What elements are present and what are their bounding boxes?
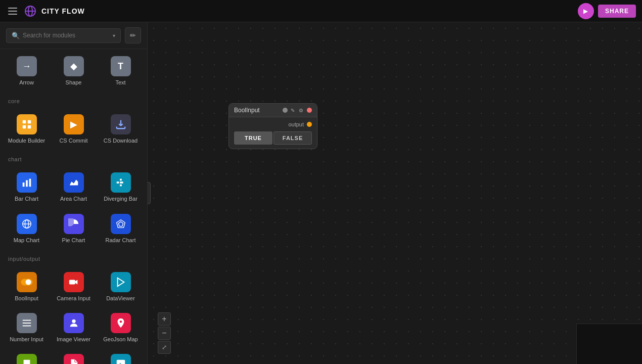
module-item-text-input[interactable]: A Text Input	[98, 349, 143, 364]
module-label-shape: Shape	[66, 79, 82, 86]
module-item-text[interactable]: T Text	[98, 51, 143, 90]
module-label-cs-commit: CS Commit	[59, 138, 87, 144]
bool-toggle-group: TRUE FALSE	[234, 131, 312, 145]
svg-point-20	[25, 279, 31, 285]
sidebar-search-bar: 🔍 ▾ ✏	[0, 22, 147, 49]
module-builder-icon	[17, 114, 37, 134]
canvas-area[interactable]: « BoolInput ✎ ⚙ output	[148, 22, 642, 364]
module-item-data-viewer[interactable]: DataViewer	[98, 267, 143, 306]
module-item-arrow[interactable]: → Arrow	[4, 51, 49, 90]
module-label-cs-download: CS Download	[104, 138, 137, 144]
svg-text:A: A	[118, 362, 122, 364]
svg-rect-25	[22, 326, 31, 327]
play-button[interactable]: ▶	[578, 3, 594, 19]
data-viewer-icon	[111, 272, 131, 292]
sidebar: 🔍 ▾ ✏ → Arrow ◆ Shape T Text	[0, 22, 148, 364]
module-item-cs-download[interactable]: CS Download	[98, 109, 143, 148]
shape-icon: ◆	[64, 56, 84, 76]
map-chart-icon	[17, 214, 37, 234]
arrow-icon: →	[17, 56, 37, 76]
module-item-area-chart[interactable]: Area Chart	[51, 167, 96, 206]
node-settings-button[interactable]: ⚙	[299, 108, 304, 113]
topbar: CITY FLOW ▶ SHARE	[0, 0, 642, 22]
section-label-chart: chart	[0, 150, 147, 165]
svg-rect-10	[120, 179, 122, 181]
module-item-number-input[interactable]: Number Input	[4, 308, 49, 347]
file-input-icon	[64, 354, 84, 364]
module-item-camera-input[interactable]: Camera Input	[51, 267, 96, 306]
search-box[interactable]: 🔍 ▾	[6, 28, 121, 43]
output-connector[interactable]	[307, 122, 312, 127]
svg-rect-5	[22, 125, 25, 128]
node-output: output	[234, 121, 312, 127]
svg-rect-4	[27, 120, 30, 123]
bool-input-icon	[17, 272, 37, 292]
node-card: BoolInput ✎ ⚙ output TRUE FA	[228, 103, 317, 149]
zoom-controls: + − ⤢	[158, 312, 171, 354]
menu-button[interactable]	[6, 6, 19, 17]
minimap-panel	[576, 324, 642, 364]
zoom-fit-button[interactable]: ⤢	[158, 341, 171, 354]
module-label-bool-input: BoolInput	[15, 295, 38, 302]
edit-button[interactable]: ✏	[125, 27, 141, 43]
node-close-button[interactable]	[307, 108, 312, 113]
module-item-file-input[interactable]: File Input	[51, 349, 96, 364]
node-pin-button[interactable]	[283, 108, 288, 113]
module-item-shape[interactable]: ◆ Shape	[51, 51, 96, 90]
module-item-cs-commit[interactable]: ▶ CS Commit	[51, 109, 96, 148]
form-input-icon	[17, 354, 37, 364]
node-title: BoolInput	[234, 107, 260, 114]
main-layout: 🔍 ▾ ✏ → Arrow ◆ Shape T Text	[0, 22, 642, 364]
module-label-data-viewer: DataViewer	[106, 295, 135, 302]
area-chart-icon	[64, 172, 84, 193]
bool-true-button[interactable]: TRUE	[234, 131, 272, 145]
svg-rect-8	[26, 180, 28, 187]
number-input-icon	[17, 313, 37, 333]
bool-false-button[interactable]: FALSE	[273, 131, 312, 145]
module-label-bar-chart: Bar Chart	[15, 196, 38, 202]
collapse-sidebar-button[interactable]: «	[148, 182, 151, 204]
zoom-out-button[interactable]: −	[158, 327, 171, 340]
text-icon: T	[111, 56, 131, 76]
zoom-in-button[interactable]: +	[158, 312, 171, 326]
module-label-number-input: Number Input	[10, 336, 43, 343]
output-label: output	[288, 121, 304, 127]
search-icon: 🔍	[12, 32, 20, 39]
text-input-icon: A	[111, 354, 131, 364]
module-label-area-chart: Area Chart	[60, 196, 87, 202]
module-item-bar-chart[interactable]: Bar Chart	[4, 167, 49, 206]
module-item-form-input[interactable]: Form Input	[4, 349, 49, 364]
node-body: output TRUE FALSE	[229, 117, 317, 149]
module-item-module-builder[interactable]: Module Builder	[4, 109, 49, 148]
module-item-geojson-map[interactable]: GeoJson Map	[98, 308, 143, 347]
module-item-map-chart[interactable]: Map Chart	[4, 209, 49, 248]
radar-chart-icon	[111, 214, 131, 234]
image-viewer-icon	[64, 313, 84, 333]
module-label-map-chart: Map Chart	[14, 237, 39, 244]
module-item-image-viewer[interactable]: Image Viewer	[51, 308, 96, 347]
sidebar-content: → Arrow ◆ Shape T Text core	[0, 49, 147, 364]
module-item-radar-chart[interactable]: Radar Chart	[98, 209, 143, 248]
module-label-arrow: Arrow	[19, 79, 34, 86]
inputoutput-module-grid: BoolInput Camera Input DataViewer	[0, 265, 147, 364]
svg-rect-3	[22, 120, 25, 123]
chevron-down-icon: ▾	[113, 33, 115, 38]
module-item-pie-chart[interactable]: Pie Chart	[51, 209, 96, 248]
globe-icon	[24, 5, 36, 17]
app-title: CITY FLOW	[41, 7, 85, 15]
module-item-bool-input[interactable]: BoolInput	[4, 267, 49, 306]
geojson-map-icon	[111, 313, 131, 333]
svg-rect-9	[29, 179, 31, 187]
node-edit-button[interactable]: ✎	[291, 108, 296, 113]
svg-rect-13	[116, 182, 119, 184]
misc-module-grid: → Arrow ◆ Shape T Text	[0, 49, 147, 92]
svg-marker-18	[118, 221, 123, 226]
node-header: BoolInput ✎ ⚙	[229, 104, 317, 117]
share-button[interactable]: SHARE	[598, 5, 636, 18]
topbar-right: ▶ SHARE	[578, 3, 636, 19]
search-input[interactable]	[23, 32, 110, 39]
svg-rect-24	[22, 323, 31, 324]
cs-download-icon	[111, 114, 131, 134]
cs-commit-icon: ▶	[64, 114, 84, 134]
module-item-diverging-bar[interactable]: Diverging Bar	[98, 167, 143, 206]
